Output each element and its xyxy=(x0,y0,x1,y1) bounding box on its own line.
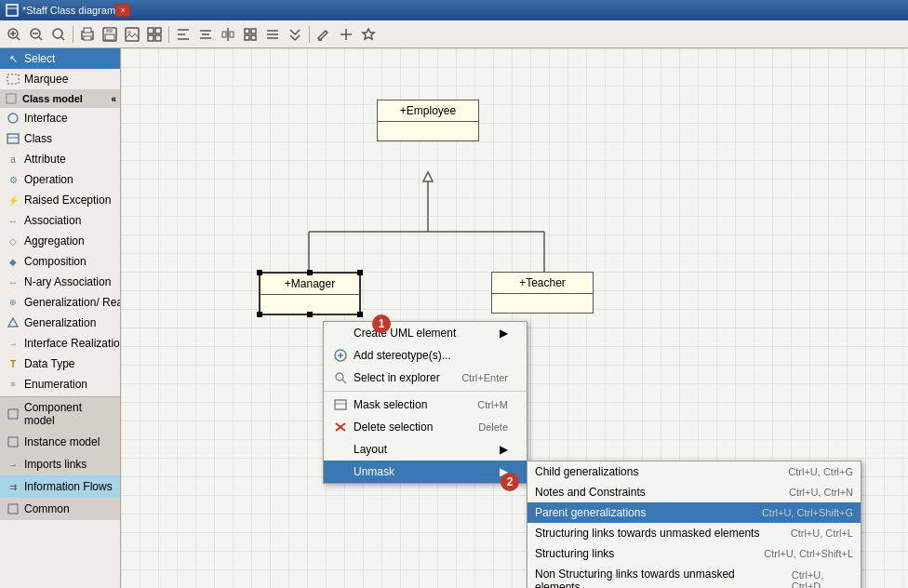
manager-body xyxy=(260,295,359,314)
star-button[interactable] xyxy=(358,24,379,45)
zoom-in-button[interactable] xyxy=(4,24,24,45)
close-button[interactable]: × xyxy=(115,4,130,17)
composition-icon: ◆ xyxy=(6,254,20,269)
ctx-layout[interactable]: Layout ▶ xyxy=(324,438,527,461)
sub-struct-links-unmasked-label: Structuring links towards unmasked eleme… xyxy=(535,527,759,540)
sub-non-struct-unmasked[interactable]: Non Structuring links towards unmasked e… xyxy=(527,564,861,588)
sidebar-item-attribute[interactable]: a Attribute xyxy=(0,149,120,169)
class-model-header[interactable]: Class model « xyxy=(0,89,120,108)
sidebar-item-interface[interactable]: Interface xyxy=(0,108,120,128)
sidebar-item-aggregation[interactable]: ◇ Aggregation xyxy=(0,231,120,251)
save-button[interactable] xyxy=(100,24,120,45)
nary-icon: ↔ xyxy=(6,274,20,289)
component-model-section[interactable]: Component model xyxy=(0,397,120,431)
add-button[interactable] xyxy=(336,24,356,45)
sub-non-struct-unmasked-label: Non Structuring links towards unmasked e… xyxy=(535,568,773,588)
fit-button[interactable] xyxy=(48,24,69,45)
svg-line-61 xyxy=(342,380,346,383)
instance-model-section[interactable]: Instance model xyxy=(0,431,120,453)
svg-rect-35 xyxy=(251,35,256,40)
handle-bl xyxy=(257,312,262,317)
manager-header: +Manager xyxy=(260,274,359,295)
operation-label: Operation xyxy=(24,173,73,186)
imports-links-section[interactable]: → Imports links xyxy=(0,453,120,475)
ctx-add-stereotype[interactable]: Add stereotype(s)... xyxy=(324,344,527,367)
handle-tl xyxy=(257,270,262,275)
ctx-create-icon xyxy=(331,326,350,341)
ctx-unmask-label: Unmask xyxy=(354,465,394,478)
sidebar-item-enumeration[interactable]: ≡ Enumeration xyxy=(0,374,120,394)
select-icon: ↖ xyxy=(6,51,20,66)
sidebar-item-nary-association[interactable]: ↔ N-ary Association xyxy=(0,272,120,292)
svg-rect-21 xyxy=(148,35,154,41)
sidebar-item-association[interactable]: ↔ Association xyxy=(0,210,120,231)
svg-rect-30 xyxy=(222,32,226,37)
sidebar-item-interface-realization[interactable]: → Interface Realization xyxy=(0,333,120,354)
align-center-button[interactable] xyxy=(195,24,216,45)
svg-rect-12 xyxy=(84,28,91,33)
ctx-delete-label: Delete selection xyxy=(354,421,433,434)
ctx-mask-selection[interactable]: Mask selection Ctrl+M xyxy=(324,394,527,416)
association-label: Association xyxy=(24,214,81,227)
ctx-explorer-label: Select in explorer xyxy=(354,371,440,384)
employee-box[interactable]: +Employee xyxy=(377,100,479,141)
instance-model-label: Instance model xyxy=(24,435,100,448)
order-button[interactable] xyxy=(285,24,305,45)
ctx-unmask[interactable]: Unmask ▶ Child generalizations Ctrl+U, C… xyxy=(324,461,527,483)
sub-non-struct-unmasked-shortcut: Ctrl+U, Ctrl+D xyxy=(773,569,853,588)
ctx-layout-label: Layout xyxy=(354,443,387,456)
ctx-mask-label: Mask selection xyxy=(354,398,427,411)
ctx-layout-arrow: ▶ xyxy=(500,443,508,456)
common-icon xyxy=(6,501,20,516)
arrange-button[interactable] xyxy=(262,24,283,45)
distribute-button[interactable] xyxy=(218,24,238,45)
svg-rect-22 xyxy=(155,35,161,41)
generalization-icon xyxy=(6,315,20,330)
svg-rect-31 xyxy=(230,32,234,37)
sidebar-item-generalization[interactable]: Generalization xyxy=(0,313,120,333)
raised-exception-label: Raised Exception xyxy=(24,194,111,207)
sub-struct-links[interactable]: Structuring links Ctrl+U, Ctrl+Shift+L xyxy=(527,543,861,564)
handle-tr xyxy=(357,270,363,275)
svg-point-9 xyxy=(53,29,62,38)
select-tool[interactable]: ↖ Select xyxy=(0,48,120,69)
ctx-delete-selection[interactable]: Delete selection Delete xyxy=(324,416,527,438)
sub-struct-links-label: Structuring links xyxy=(535,547,614,560)
sub-struct-links-unmasked[interactable]: Structuring links towards unmasked eleme… xyxy=(527,523,861,543)
sidebar-item-composition[interactable]: ◆ Composition xyxy=(0,251,120,272)
svg-rect-19 xyxy=(148,28,154,33)
canvas-area[interactable]: +Employee +Manager +Teacher 1 2 xyxy=(121,48,908,588)
sub-child-gen[interactable]: Child generalizations Ctrl+U, Ctrl+G xyxy=(527,461,861,482)
operation-icon: ⚙ xyxy=(6,172,20,187)
sidebar-item-operation[interactable]: ⚙ Operation xyxy=(0,169,120,190)
export-button[interactable] xyxy=(122,24,142,45)
pen-button[interactable] xyxy=(314,24,334,45)
common-section[interactable]: Common xyxy=(0,498,120,520)
sub-notes[interactable]: Notes and Constraints Ctrl+U, Ctrl+N xyxy=(527,482,861,502)
marquee-icon xyxy=(6,72,20,87)
ctx-create-uml[interactable]: Create UML element ▶ xyxy=(324,322,527,344)
ctx-select-explorer[interactable]: Select in explorer Ctrl+Enter xyxy=(324,367,527,389)
svg-rect-49 xyxy=(8,409,18,419)
align-left-button[interactable] xyxy=(173,24,194,45)
sidebar-item-generalization-auto[interactable]: ⊕ Generalization/ Realization (auto) xyxy=(0,292,120,313)
sidebar-item-data-type[interactable]: T Data Type xyxy=(0,354,120,374)
attribute-icon: a xyxy=(6,152,20,167)
teacher-box[interactable]: +Teacher xyxy=(491,272,594,314)
generalization-label: Generalization xyxy=(24,316,96,329)
zoom-out-button[interactable] xyxy=(26,24,47,45)
main-layout: ↖ Select Marquee Class model « Interface xyxy=(0,48,908,588)
sub-parent-gen[interactable]: Parent generalizations Ctrl+U, Ctrl+Shif… xyxy=(527,502,861,523)
marquee-tool[interactable]: Marquee xyxy=(0,69,120,89)
class-model-label: Class model xyxy=(22,93,83,104)
ctx-explorer-shortcut: Ctrl+Enter xyxy=(443,372,508,383)
sidebar-item-raised-exception[interactable]: ⚡ Raised Exception xyxy=(0,190,120,210)
manager-box[interactable]: +Manager xyxy=(259,272,361,315)
grid-button[interactable] xyxy=(144,24,165,45)
layout-button[interactable] xyxy=(240,24,260,45)
information-flows-section[interactable]: ⇉ Information Flows xyxy=(0,475,120,498)
print-button[interactable] xyxy=(77,24,98,45)
sidebar-item-class[interactable]: Class xyxy=(0,128,120,149)
ctx-layout-icon xyxy=(331,442,350,457)
component-model-label: Component model xyxy=(24,401,114,427)
